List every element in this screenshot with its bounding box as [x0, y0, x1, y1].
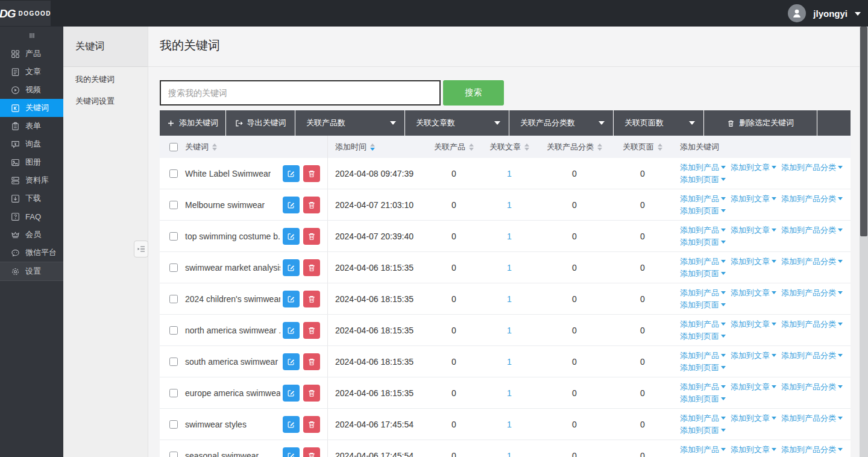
row-checkbox[interactable]: [169, 326, 178, 335]
sidebar-item-downloads[interactable]: 下载: [0, 189, 63, 207]
select-all-checkbox[interactable]: [169, 143, 178, 151]
sidebar-item-articles[interactable]: 文章: [0, 63, 63, 81]
row-checkbox[interactable]: [169, 420, 178, 429]
sidebar-item-products[interactable]: 产品: [0, 45, 63, 63]
add-to-link-3[interactable]: 添加到页面: [680, 236, 726, 248]
sidebar-item-albums[interactable]: 图册: [0, 153, 63, 171]
related-articles-count[interactable]: 1: [507, 169, 512, 178]
filter-related-products-dropdown[interactable]: 关联产品数: [295, 110, 405, 136]
add-to-link-0[interactable]: 添加到产品: [680, 162, 726, 173]
filter-related-categories-dropdown[interactable]: 关联产品分类数: [509, 110, 614, 136]
add-to-link-3[interactable]: 添加到页面: [680, 393, 726, 405]
add-to-link-0[interactable]: 添加到产品: [680, 318, 726, 330]
related-articles-count[interactable]: 1: [507, 263, 512, 273]
panel-collapse-button[interactable]: [134, 241, 148, 257]
add-to-link-2[interactable]: 添加到产品分类: [781, 193, 843, 204]
related-articles-count[interactable]: 1: [507, 388, 512, 398]
column-header-related-categories[interactable]: 关联产品分类: [536, 136, 613, 158]
related-articles-count[interactable]: 1: [507, 451, 512, 457]
add-to-link-3[interactable]: 添加到页面: [680, 205, 726, 216]
dogood-logo[interactable]: DG DOGOOD: [0, 1, 51, 26]
add-to-link-1[interactable]: 添加到文章: [731, 256, 776, 267]
sidebar-item-members[interactable]: 会员: [0, 225, 63, 244]
edit-button[interactable]: [283, 228, 300, 245]
column-header-related-products[interactable]: 关联产品: [425, 136, 483, 158]
row-checkbox[interactable]: [169, 452, 178, 457]
sidebar-item-library[interactable]: 资料库: [0, 171, 63, 189]
add-to-link-0[interactable]: 添加到产品: [680, 444, 726, 455]
add-to-link-3[interactable]: 添加到页面: [680, 268, 726, 279]
add-to-link-0[interactable]: 添加到产品: [680, 256, 726, 267]
add-to-link-3[interactable]: 添加到页面: [680, 330, 726, 342]
row-checkbox[interactable]: [169, 295, 178, 303]
add-to-link-3[interactable]: 添加到页面: [680, 174, 726, 185]
column-header-related-pages[interactable]: 关联页面: [613, 136, 672, 158]
row-checkbox[interactable]: [169, 201, 178, 209]
delete-selected-button[interactable]: 删除选定关键词: [704, 110, 817, 136]
related-articles-count[interactable]: 1: [507, 420, 512, 429]
add-to-link-0[interactable]: 添加到产品: [680, 412, 726, 424]
sidebar-item-settings[interactable]: 设置: [0, 262, 63, 281]
add-to-link-0[interactable]: 添加到产品: [680, 381, 726, 392]
row-checkbox[interactable]: [169, 169, 178, 178]
edit-button[interactable]: [283, 322, 300, 339]
add-to-link-0[interactable]: 添加到产品: [680, 350, 726, 361]
add-to-link-3[interactable]: 添加到页面: [680, 424, 726, 436]
delete-button[interactable]: [303, 416, 320, 433]
column-header-keyword[interactable]: 关键词: [185, 136, 327, 158]
scrollbar-thumb[interactable]: [860, 27, 867, 236]
add-to-link-1[interactable]: 添加到文章: [731, 381, 776, 392]
sidebar-item-forms[interactable]: 表单: [0, 117, 63, 135]
add-to-link-2[interactable]: 添加到产品分类: [781, 162, 843, 173]
add-to-link-2[interactable]: 添加到产品分类: [781, 318, 843, 330]
delete-button[interactable]: [303, 259, 320, 276]
add-to-link-2[interactable]: 添加到产品分类: [781, 256, 843, 267]
sidebar-collapse-icon[interactable]: [0, 27, 63, 45]
user-menu[interactable]: jlyongyi: [788, 4, 868, 22]
add-to-link-1[interactable]: 添加到文章: [731, 412, 776, 424]
column-header-added-time[interactable]: 添加时间: [327, 136, 425, 158]
sidebar-item-videos[interactable]: 视频: [0, 81, 63, 99]
row-checkbox[interactable]: [169, 263, 178, 272]
edit-button[interactable]: [283, 291, 300, 307]
search-input[interactable]: [160, 80, 441, 106]
vertical-scrollbar[interactable]: [860, 27, 868, 457]
add-to-link-3[interactable]: 添加到页面: [680, 299, 726, 310]
delete-button[interactable]: [303, 197, 320, 213]
add-to-link-0[interactable]: 添加到产品: [680, 193, 726, 204]
related-articles-count[interactable]: 1: [507, 200, 512, 210]
related-articles-count[interactable]: 1: [507, 232, 512, 241]
add-to-link-1[interactable]: 添加到文章: [731, 350, 776, 361]
delete-button[interactable]: [303, 322, 320, 339]
edit-button[interactable]: [283, 416, 300, 433]
edit-button[interactable]: [283, 353, 300, 370]
subnav-item-keyword-settings[interactable]: 关键词设置: [63, 92, 148, 110]
add-to-link-1[interactable]: 添加到文章: [731, 162, 776, 173]
row-checkbox[interactable]: [169, 358, 178, 366]
related-articles-count[interactable]: 1: [507, 326, 512, 335]
edit-button[interactable]: [283, 385, 300, 402]
add-keyword-button[interactable]: 添加关键词: [160, 110, 226, 136]
related-articles-count[interactable]: 1: [507, 357, 512, 367]
add-to-link-2[interactable]: 添加到产品分类: [781, 381, 843, 392]
edit-button[interactable]: [283, 259, 300, 276]
export-keywords-button[interactable]: 导出关键词: [226, 110, 295, 136]
delete-button[interactable]: [303, 165, 320, 182]
add-to-link-2[interactable]: 添加到产品分类: [781, 444, 843, 455]
edit-button[interactable]: [283, 165, 300, 182]
add-to-link-2[interactable]: 添加到产品分类: [781, 412, 843, 424]
delete-button[interactable]: [303, 385, 320, 402]
search-button[interactable]: 搜索: [443, 80, 504, 106]
sidebar-item-wechat[interactable]: 微信平台: [0, 244, 63, 262]
delete-button[interactable]: [303, 353, 320, 370]
edit-button[interactable]: [283, 197, 300, 213]
filter-related-pages-dropdown[interactable]: 关联页面数: [614, 110, 704, 136]
delete-button[interactable]: [303, 228, 320, 245]
sidebar-item-keywords[interactable]: 关键词: [0, 99, 63, 117]
add-to-link-0[interactable]: 添加到产品: [680, 287, 726, 298]
add-to-link-2[interactable]: 添加到产品分类: [781, 224, 843, 236]
column-header-related-articles[interactable]: 关联文章: [483, 136, 536, 158]
delete-button[interactable]: [303, 447, 320, 457]
subnav-item-my-keywords[interactable]: 我的关键词: [63, 71, 148, 89]
add-to-link-0[interactable]: 添加到产品: [680, 224, 726, 236]
